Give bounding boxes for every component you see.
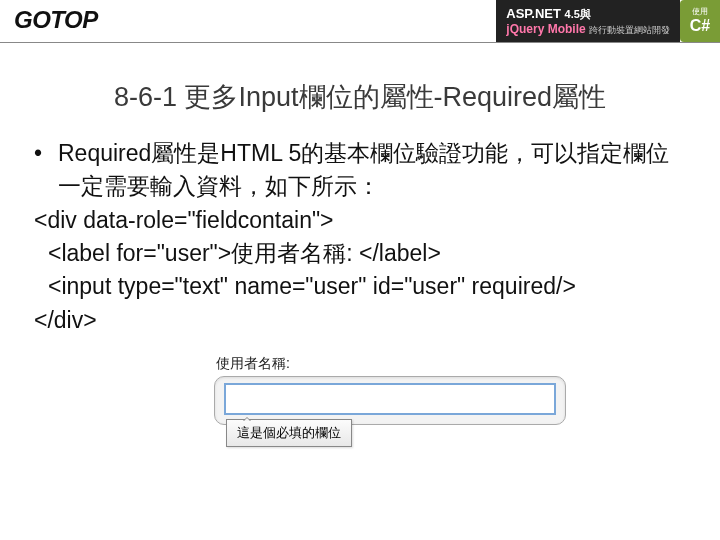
tech-badges: ASP.NET 4.5與 jQuery Mobile 跨行動裝置網站開發 使用 … — [496, 0, 720, 42]
header: GOTOP ASP.NET 4.5與 jQuery Mobile 跨行動裝置網站… — [0, 0, 720, 43]
demo-field-label: 使用者名稱: — [216, 355, 566, 373]
slide-content: • Required屬性是HTML 5的基本欄位驗證功能，可以指定欄位一定需要輸… — [0, 137, 720, 337]
code-line-4: </div> — [34, 304, 686, 337]
code-line-2: <label for="user">使用者名稱: </label> — [34, 237, 686, 270]
code-line-3: <input type="text" name="user" id="user"… — [34, 270, 686, 303]
brand-logo: GOTOP — [14, 6, 98, 34]
code-line-1: <div data-role="fieldcontain"> — [34, 204, 686, 237]
bullet-text: Required屬性是HTML 5的基本欄位驗證功能，可以指定欄位一定需要輸入資… — [58, 137, 686, 204]
use-label: 使用 — [692, 8, 708, 17]
demo-text-input[interactable] — [225, 384, 555, 414]
jquery-mobile-text: jQuery Mobile — [506, 22, 585, 36]
aspnet-text: ASP.NET — [506, 6, 561, 21]
csharp-text: C# — [690, 17, 710, 35]
aspnet-badge: ASP.NET 4.5與 jQuery Mobile 跨行動裝置網站開發 — [496, 0, 680, 42]
demo-screenshot: 使用者名稱: 這是個必填的欄位 — [214, 355, 566, 425]
bullet-item: • Required屬性是HTML 5的基本欄位驗證功能，可以指定欄位一定需要輸… — [34, 137, 686, 204]
aspnet-version: 4.5與 — [565, 8, 591, 20]
validation-tooltip: 這是個必填的欄位 — [226, 419, 352, 447]
tagline-text: 跨行動裝置網站開發 — [589, 25, 670, 35]
slide-title: 8-6-1 更多Input欄位的屬性-Required屬性 — [0, 79, 720, 115]
csharp-badge: 使用 C# — [680, 0, 720, 42]
bullet-marker: • — [34, 137, 58, 204]
demo-field-container — [214, 376, 566, 425]
